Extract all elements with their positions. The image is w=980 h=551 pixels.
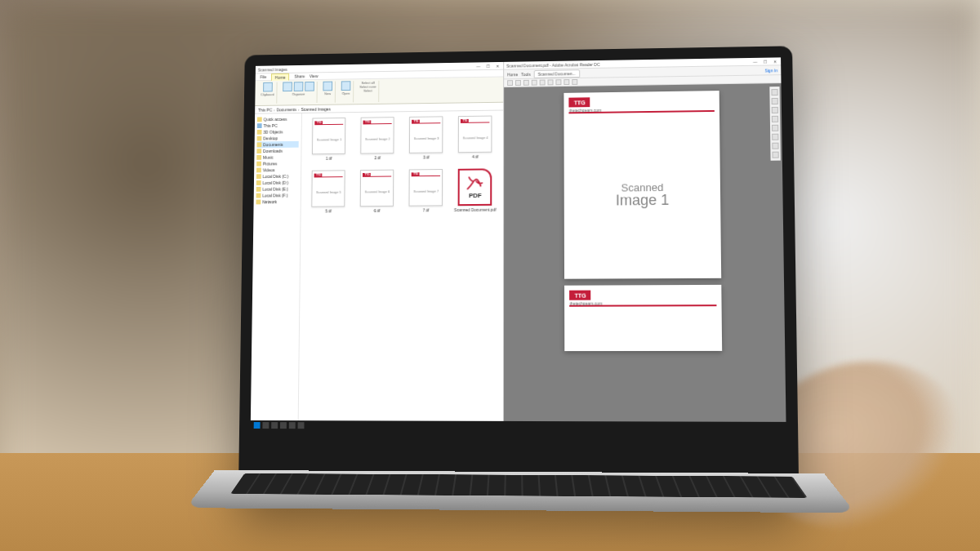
rotate-icon[interactable] bbox=[572, 79, 577, 85]
folder-icon bbox=[256, 142, 261, 147]
ribbon-clipboard: Clipboard bbox=[258, 82, 278, 104]
file-thumb[interactable]: TTGScanned Image 66.tif bbox=[354, 170, 400, 218]
maximize-button[interactable]: ☐ bbox=[762, 59, 768, 64]
disk-icon bbox=[256, 180, 261, 185]
sign-icon[interactable] bbox=[772, 143, 778, 149]
brand-url: thetechgears.com bbox=[570, 300, 717, 306]
file-grid: TTGScanned Image 11.tif TTGScanned Image… bbox=[299, 111, 504, 432]
save-icon[interactable] bbox=[507, 80, 513, 86]
close-button[interactable]: ✕ bbox=[772, 59, 778, 64]
ttg-logo-icon: TTG bbox=[412, 172, 420, 176]
disk-icon bbox=[256, 187, 261, 192]
mail-icon[interactable] bbox=[523, 80, 529, 86]
create-icon[interactable] bbox=[772, 98, 778, 104]
ttg-logo-icon: TTG bbox=[363, 172, 371, 176]
pdf-side-tools bbox=[769, 87, 780, 161]
more-icon[interactable] bbox=[772, 152, 778, 158]
ribbon-organize: Organize bbox=[280, 82, 318, 104]
taskbar-app-icon[interactable] bbox=[271, 422, 278, 429]
delete-icon[interactable] bbox=[305, 82, 314, 91]
pdf-title: Scanned Document.pdf - Adobe Acrobat Rea… bbox=[506, 61, 600, 68]
taskbar-app-icon[interactable] bbox=[298, 422, 305, 429]
zoom-out-icon[interactable] bbox=[540, 80, 546, 86]
pdf-canvas[interactable]: TTG thetechgears.com Scanned Image 1 TTG… bbox=[504, 83, 786, 432]
ribbon-open: Open bbox=[339, 81, 354, 102]
file-thumb[interactable]: TTGScanned Image 22.tif bbox=[354, 117, 400, 165]
close-button[interactable]: ✕ bbox=[494, 63, 501, 68]
pdf-tab-home[interactable]: Home bbox=[507, 72, 518, 77]
new-folder-icon[interactable] bbox=[323, 82, 333, 91]
tab-file[interactable]: File bbox=[260, 74, 266, 79]
signin-link[interactable]: Sign In bbox=[764, 68, 777, 73]
pdf-tab-tools[interactable]: Tools bbox=[521, 72, 531, 77]
bc-folder[interactable]: Scanned Images bbox=[301, 106, 330, 111]
pdf-file-thumb[interactable]: PDF Scanned Document.pdf bbox=[452, 168, 498, 217]
taskbar-app-icon[interactable] bbox=[280, 422, 287, 429]
file-thumb[interactable]: TTGScanned Image 44.tif bbox=[452, 115, 498, 164]
chevron-right-icon: › bbox=[298, 107, 300, 112]
ttg-logo-icon: TTG bbox=[412, 119, 421, 122]
ttg-logo-icon: TTG bbox=[461, 118, 469, 122]
maximize-button[interactable]: ☐ bbox=[485, 64, 492, 69]
export-icon[interactable] bbox=[771, 89, 777, 96]
folder-icon bbox=[257, 136, 262, 141]
desktop-screen: Scanned Images — ☐ ✕ File Home Share Vie… bbox=[251, 57, 786, 432]
ttg-logo-icon: TTG bbox=[569, 97, 590, 107]
ttg-logo-icon: TTG bbox=[363, 120, 372, 123]
tab-share[interactable]: Share bbox=[294, 73, 305, 78]
zoom-in-icon[interactable] bbox=[547, 79, 553, 85]
pdf-page-1: TTG thetechgears.com Scanned Image 1 bbox=[564, 91, 722, 279]
tab-home[interactable]: Home bbox=[271, 73, 290, 80]
ribbon: Clipboard Organize New bbox=[255, 77, 503, 106]
file-thumb[interactable]: TTGScanned Image 11.tif bbox=[306, 118, 352, 166]
organize-icon[interactable] bbox=[772, 134, 778, 140]
ribbon-select: Select all Select none Select bbox=[357, 81, 380, 103]
folder-icon bbox=[256, 162, 261, 167]
pdf-viewer-window: Scanned Document.pdf - Adobe Acrobat Rea… bbox=[504, 57, 786, 432]
folder-icon bbox=[256, 167, 261, 172]
adobe-pdf-icon bbox=[466, 176, 484, 190]
ttg-logo-icon: TTG bbox=[570, 291, 591, 300]
star-icon bbox=[257, 117, 262, 122]
explorer-title: Scanned Images bbox=[258, 67, 287, 72]
minimize-button[interactable]: — bbox=[475, 64, 482, 69]
folder-icon bbox=[256, 149, 261, 153]
windows-taskbar[interactable] bbox=[251, 420, 786, 432]
combine-icon[interactable] bbox=[772, 125, 778, 131]
ribbon-new: New bbox=[320, 82, 336, 103]
file-thumb[interactable]: TTGScanned Image 55.tif bbox=[305, 170, 351, 218]
fit-icon[interactable] bbox=[564, 79, 569, 85]
edit-icon[interactable] bbox=[772, 107, 778, 113]
properties-icon[interactable] bbox=[341, 81, 351, 91]
page-text-line2: Image 1 bbox=[616, 192, 670, 210]
folder-icon bbox=[257, 130, 262, 135]
move-to-icon[interactable] bbox=[283, 82, 292, 91]
pdf-tab-document[interactable]: Scanned Documen... bbox=[534, 69, 580, 78]
laptop-keyboard bbox=[185, 470, 855, 513]
print-icon[interactable] bbox=[515, 80, 521, 86]
laptop: Scanned Images — ☐ ✕ File Home Share Vie… bbox=[238, 46, 800, 509]
comment-icon[interactable] bbox=[772, 116, 778, 122]
ttg-logo-icon: TTG bbox=[315, 121, 323, 124]
copy-to-icon[interactable] bbox=[294, 82, 304, 91]
nav-network[interactable]: Network bbox=[256, 198, 297, 205]
disk-icon bbox=[256, 193, 261, 198]
pc-icon bbox=[257, 123, 262, 128]
paste-icon[interactable] bbox=[263, 82, 273, 92]
page-nav-icon[interactable] bbox=[555, 79, 561, 85]
bc-documents[interactable]: Documents bbox=[277, 107, 296, 112]
start-button[interactable] bbox=[254, 422, 261, 429]
search-icon[interactable] bbox=[532, 80, 537, 86]
nav-pane: Quick access This PC 3D Objects Desktop … bbox=[251, 113, 302, 430]
file-thumb[interactable]: TTGScanned Image 33.tif bbox=[403, 116, 449, 164]
taskbar-app-icon[interactable] bbox=[289, 422, 296, 429]
bc-thispc[interactable]: This PC bbox=[258, 107, 272, 112]
disk-icon bbox=[256, 174, 261, 179]
tab-view[interactable]: View bbox=[310, 73, 318, 78]
file-explorer-window: Scanned Images — ☐ ✕ File Home Share Vie… bbox=[251, 62, 504, 431]
chevron-right-icon: › bbox=[274, 107, 275, 112]
pdf-page-2: TTG thetechgears.com bbox=[565, 285, 723, 351]
minimize-button[interactable]: — bbox=[752, 59, 759, 64]
taskbar-search-icon[interactable] bbox=[262, 422, 269, 429]
file-thumb[interactable]: TTGScanned Image 77.tif bbox=[403, 169, 449, 218]
